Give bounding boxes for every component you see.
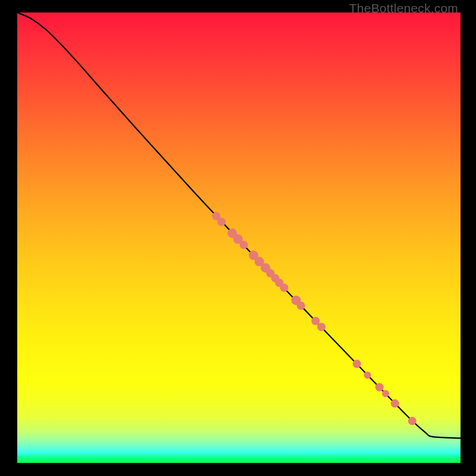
watermark-text: TheBottleneck.com bbox=[349, 1, 458, 15]
data-point bbox=[391, 399, 399, 408]
data-point bbox=[382, 390, 389, 397]
data-point bbox=[317, 322, 325, 331]
plot-area bbox=[17, 12, 461, 463]
data-point bbox=[240, 241, 248, 249]
data-points-group bbox=[212, 212, 416, 425]
data-point bbox=[375, 383, 384, 392]
chart-svg bbox=[17, 12, 461, 463]
chart-stage: TheBottleneck.com bbox=[0, 0, 476, 476]
main-curve bbox=[17, 12, 461, 438]
data-point bbox=[217, 218, 226, 226]
data-point bbox=[297, 302, 305, 310]
data-point bbox=[353, 360, 361, 368]
data-point bbox=[408, 417, 416, 425]
data-point bbox=[364, 371, 371, 378]
data-point bbox=[280, 284, 289, 292]
